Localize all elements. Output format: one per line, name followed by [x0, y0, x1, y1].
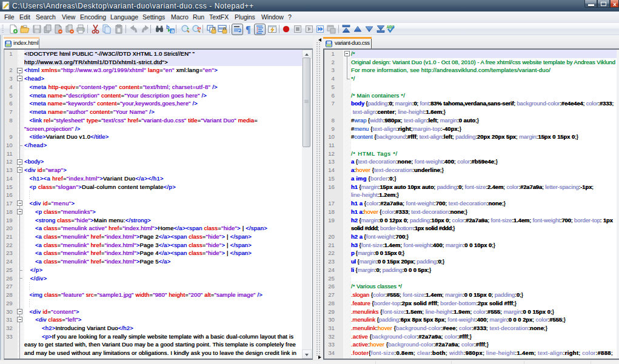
svg-text:¶: ¶ [246, 24, 251, 34]
